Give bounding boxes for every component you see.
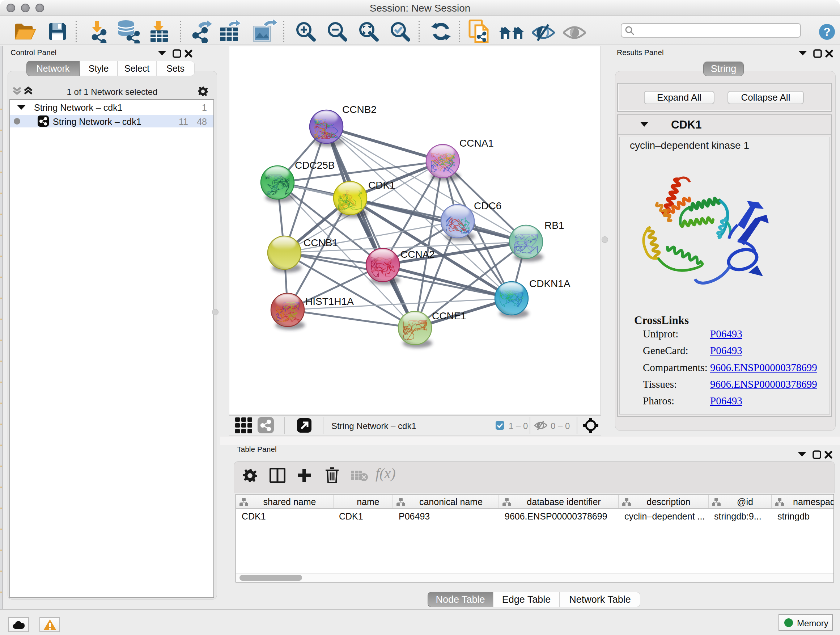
svg-text:CCNA1: CCNA1 [459,138,494,149]
svg-text:CDK1: CDK1 [368,180,395,191]
svg-text:CCNB1: CCNB1 [303,237,338,249]
svg-text:CCNE1: CCNE1 [432,310,466,321]
svg-text:CCNB2: CCNB2 [342,104,377,115]
svg-text:CDKN1A: CDKN1A [529,278,570,289]
svg-text:RB1: RB1 [545,220,564,231]
svg-text:CDC25B: CDC25B [295,160,335,171]
svg-text:CCNA2: CCNA2 [401,249,435,260]
svg-text:CDC6: CDC6 [474,200,501,211]
svg-text:HIST1H1A: HIST1H1A [305,296,354,307]
